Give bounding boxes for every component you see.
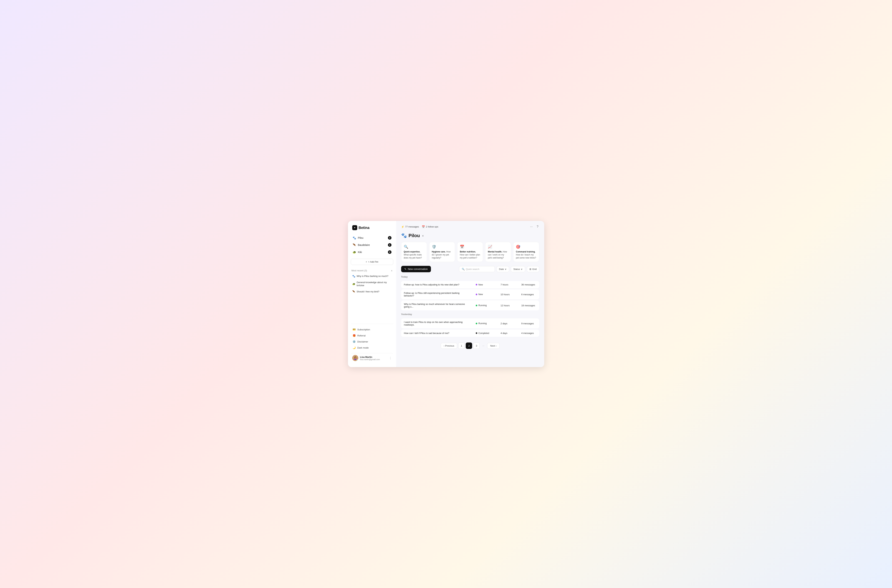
- conv-title-cell: Why is Pilou barking so much whenever he…: [401, 300, 473, 310]
- card-icon: 📈: [488, 244, 508, 249]
- bottom-icon: 🎁: [353, 334, 356, 337]
- page-3-button[interactable]: 3: [473, 342, 480, 349]
- conversation-sections: Today Follow-up: how is Pilou adjusting …: [401, 276, 539, 338]
- conv-title-cell: I want to train Pilou to stop on his own…: [401, 318, 473, 328]
- recent-list-item[interactable]: 🐢 General knowledge about my tortoise: [351, 279, 393, 288]
- date-chevron-icon: ∨: [505, 268, 507, 270]
- status-label: New: [478, 293, 483, 296]
- status-label: Running: [478, 304, 487, 307]
- status-label: New: [478, 284, 483, 286]
- table-row[interactable]: Follow-up: how is Pilou adjusting to his…: [401, 281, 539, 288]
- help-icon[interactable]: ?: [536, 224, 539, 229]
- search-box[interactable]: 🔍 Quick search: [459, 266, 495, 272]
- page-body: 🐾 Pilou ∨ 🔍 Quick expertise. What specif…: [396, 229, 544, 367]
- sidebar-bottom-disclaimer[interactable]: ⚙️ Disclaimer: [351, 339, 393, 345]
- sidebar-item-pilou[interactable]: 🐾 Pilou 3: [351, 234, 393, 241]
- status-dot-icon: [476, 323, 477, 324]
- time-cell: 7 hours: [498, 281, 518, 288]
- conv-title: Why is Pilou barking so much whenever he…: [404, 303, 465, 308]
- messages-cell: 36 messages: [518, 281, 539, 288]
- table-row[interactable]: How can I tell if Pilou is sad because o…: [401, 330, 539, 337]
- app-name: Betina: [359, 226, 370, 230]
- user-profile[interactable]: 🙎‍♀️ Lisa Martin lisa.martin@gmail.com ⋮: [351, 353, 393, 363]
- sidebar-bottom-subscription[interactable]: 💳 Subscription: [351, 327, 393, 332]
- conv-title: I want to train Pilou to stop on his own…: [404, 321, 463, 326]
- recent-list-item[interactable]: 🐾 Why is Pilou barking so much?: [351, 273, 393, 279]
- sidebar-bottom-dark-mode[interactable]: 🌙 Dark mode: [351, 345, 393, 351]
- card-text: Mental health. How can I work on my pet'…: [488, 250, 508, 259]
- pet-left: 🐢 Kiki: [353, 250, 362, 254]
- feature-card-command-training-[interactable]: 🎯 Command training. How do I teach my pe…: [513, 242, 539, 262]
- pet-badge: 3: [388, 236, 391, 240]
- user-more-icon[interactable]: ⋮: [389, 356, 392, 360]
- table-row[interactable]: Why is Pilou barking so much whenever he…: [401, 300, 539, 310]
- recent-section-label[interactable]: Most recent (3) ∧: [351, 269, 393, 272]
- pagination: ‹ Previous 1 2 3 ··· Next ›: [401, 339, 539, 350]
- messages-cell: 18 messages: [518, 300, 539, 310]
- time-cell: 12 hours: [498, 300, 518, 310]
- sidebar-item-kiki[interactable]: 🐢 Kiki 2: [351, 249, 393, 255]
- pet-badge: 2: [388, 250, 391, 254]
- page-1-button[interactable]: 1: [458, 342, 465, 349]
- recent-list-item[interactable]: 🪶 Should I free my bird?: [351, 289, 393, 295]
- status-badge: New: [476, 284, 483, 286]
- conversations-table: Follow-up: how is Pilou adjusting to his…: [401, 280, 539, 312]
- conv-title-cell: Follow-up: how is Pilou adjusting to his…: [401, 281, 473, 288]
- add-pet-button[interactable]: + + Add Pet: [351, 259, 393, 265]
- card-icon: 🎯: [516, 244, 536, 249]
- edit-icon: ✎: [404, 268, 406, 270]
- pet-left: 🪶 Baudelaire: [353, 243, 370, 247]
- time-cell: 4 days: [498, 330, 518, 337]
- next-button[interactable]: Next ›: [487, 343, 499, 349]
- pet-list: 🐾 Pilou 3 🪶 Baudelaire 1 🐢 Kiki 2: [351, 234, 393, 256]
- section-label: Yesterday: [401, 313, 539, 316]
- sidebar-bottom-referral[interactable]: 🎁 Referral: [351, 333, 393, 338]
- card-text: Better nutrition. How can I better plan …: [460, 250, 480, 259]
- section-yesterday: Yesterday I want to train Pilou to stop …: [401, 313, 539, 338]
- more-options-icon[interactable]: ···: [529, 224, 533, 229]
- add-icon: +: [366, 261, 367, 263]
- status-cell: Running: [473, 300, 498, 310]
- section-today: Today Follow-up: how is Pilou adjusting …: [401, 276, 539, 312]
- status-cell: New: [473, 281, 498, 288]
- messages-badge: ⚡ 77 messages: [401, 225, 419, 228]
- table-row[interactable]: Follow-up: is Pilou still experiencing p…: [401, 290, 539, 299]
- bottom-icon: 🌙: [353, 346, 356, 349]
- bottom-label: Dark mode: [357, 346, 369, 349]
- page-2-button[interactable]: 2: [466, 342, 472, 349]
- feature-card-hygiene-care-[interactable]: 🛡️ Hygiene care. How do I groom my pet r…: [429, 242, 455, 262]
- status-cell: Completed: [473, 330, 498, 337]
- time-cell: 2 days: [498, 318, 518, 328]
- feature-card-quick-expertise-[interactable]: 🔍 Quick expertise. What specific traits …: [401, 242, 427, 262]
- new-conversation-button[interactable]: ✎ New conversation: [401, 266, 431, 272]
- previous-button[interactable]: ‹ Previous: [441, 343, 457, 349]
- bottom-icon: 💳: [353, 328, 356, 331]
- conv-title-cell: Follow-up: is Pilou still experiencing p…: [401, 290, 473, 299]
- main-content: ⚡ 77 messages 📅 2 follow-ups ··· ? 🐾 Pil…: [396, 221, 544, 367]
- recent-item-text: Should I free my bird?: [357, 290, 379, 293]
- recent-item-text: Why is Pilou barking so much?: [357, 275, 388, 278]
- date-filter-button[interactable]: Date ∨: [496, 266, 509, 272]
- feature-card-mental-health-[interactable]: 📈 Mental health. How can I work on my pe…: [485, 242, 511, 262]
- user-name: Lisa Martin: [360, 356, 387, 358]
- pet-header: 🐾 Pilou ∨: [401, 233, 539, 238]
- pet-dropdown-icon[interactable]: ∨: [422, 234, 424, 237]
- recent-icon: 🐢: [352, 283, 355, 285]
- next-arrow-icon: ›: [496, 345, 496, 347]
- pet-icon: 🐾: [401, 233, 407, 238]
- status-cell: Running: [473, 318, 498, 328]
- pet-icon: 🐾: [353, 236, 356, 240]
- conv-title: Follow-up: how is Pilou adjusting to his…: [404, 283, 459, 286]
- feature-card-better-nutrition-[interactable]: 📅 Better nutrition. How can I better pla…: [457, 242, 483, 262]
- top-bar-right: ··· ?: [529, 224, 539, 229]
- messages-cell: 4 messages: [518, 330, 539, 337]
- sidebar-item-baudelaire[interactable]: 🪶 Baudelaire 1: [351, 242, 393, 248]
- previous-arrow-icon: ‹: [444, 345, 444, 347]
- sidebar-bottom: 💳 Subscription 🎁 Referral ⚙️ Disclaimer …: [351, 324, 393, 351]
- calendar-icon: 📅: [422, 225, 425, 228]
- status-filter-button[interactable]: Status ∨: [511, 266, 525, 272]
- user-info: Lisa Martin lisa.martin@gmail.com: [360, 356, 387, 360]
- pet-name: Pilou: [358, 236, 364, 239]
- table-row[interactable]: I want to train Pilou to stop on his own…: [401, 318, 539, 328]
- grid-view-button[interactable]: ⊞ Grid: [527, 266, 539, 272]
